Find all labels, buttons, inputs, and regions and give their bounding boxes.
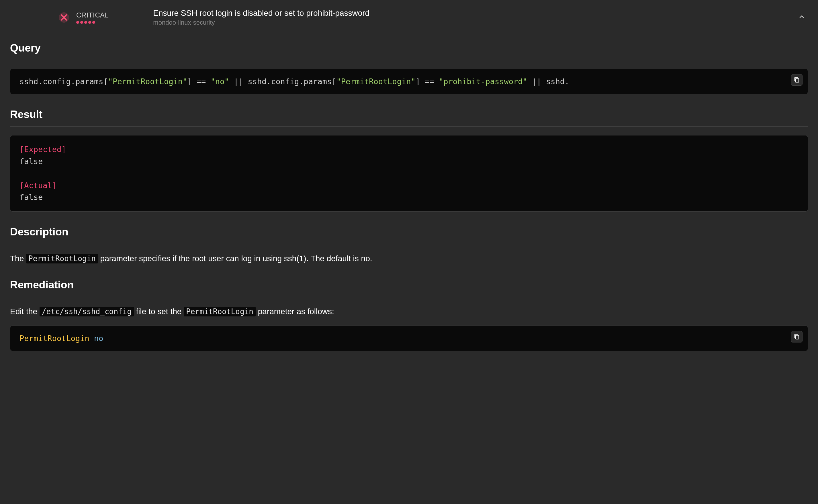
severity-dot xyxy=(76,21,79,24)
remediation-code-param: PermitRootLogin xyxy=(184,307,256,316)
severity-dot xyxy=(84,21,87,24)
severity-block: CRITICAL xyxy=(76,11,109,24)
description-text-after: parameter specifies if the root user can… xyxy=(98,254,372,263)
remediation-code-block: PermitRootLogin no xyxy=(10,326,808,351)
description-section: Description The PermitRootLogin paramete… xyxy=(0,219,818,272)
description-code-param: PermitRootLogin xyxy=(26,254,98,263)
remediation-code-value: no xyxy=(94,334,103,343)
query-heading: Query xyxy=(10,42,808,60)
description-heading: Description xyxy=(10,226,808,244)
severity-dot xyxy=(92,21,95,24)
severity-dot xyxy=(80,21,83,24)
status-fail-icon xyxy=(59,12,69,23)
actual-label: [Actual] xyxy=(19,180,799,192)
actual-value: false xyxy=(19,191,799,203)
query-code-block: sshd.config.params["PermitRootLogin"] ==… xyxy=(10,69,808,94)
remediation-code-key: PermitRootLogin xyxy=(19,334,89,343)
severity-dots xyxy=(76,21,109,24)
remediation-text-1: Edit the xyxy=(10,307,40,316)
description-text: The PermitRootLogin parameter specifies … xyxy=(10,253,808,265)
expected-label: [Expected] xyxy=(19,143,799,155)
check-subtitle: mondoo-linux-security xyxy=(153,19,369,26)
result-code-block: [Expected] false [Actual] false xyxy=(10,135,808,212)
remediation-section: Remediation Edit the /etc/ssh/sshd_confi… xyxy=(0,272,818,358)
remediation-text: Edit the /etc/ssh/sshd_config file to se… xyxy=(10,306,808,318)
remediation-text-2: file to set the xyxy=(134,307,184,316)
check-title: Ensure SSH root login is disabled or set… xyxy=(153,9,369,18)
severity-dot xyxy=(88,21,91,24)
severity-label: CRITICAL xyxy=(76,11,109,19)
remediation-text-3: parameter as follows: xyxy=(256,307,334,316)
query-section: Query sshd.config.params["PermitRootLogi… xyxy=(0,35,818,101)
copy-remediation-button[interactable] xyxy=(791,331,803,342)
query-code: sshd.config.params["PermitRootLogin"] ==… xyxy=(19,77,569,86)
result-heading: Result xyxy=(10,109,808,127)
expected-value: false xyxy=(19,155,799,168)
result-section: Result [Expected] false [Actual] false xyxy=(0,101,818,219)
remediation-heading: Remediation xyxy=(10,279,808,297)
remediation-code-path: /etc/ssh/sshd_config xyxy=(40,307,134,316)
copy-query-button[interactable] xyxy=(791,74,803,86)
description-text-before: The xyxy=(10,254,26,263)
collapse-button[interactable] xyxy=(798,13,805,22)
title-block: Ensure SSH root login is disabled or set… xyxy=(153,9,369,26)
check-header: CRITICAL Ensure SSH root login is disabl… xyxy=(0,0,818,35)
